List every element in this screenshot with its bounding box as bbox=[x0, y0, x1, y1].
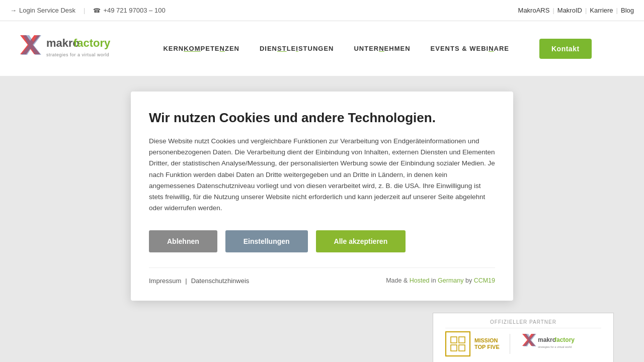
main-nav: KERNKOMPETENZEN DIENSTLEISTUNGEN UNTERNE… bbox=[126, 39, 629, 59]
makrofactory-partner-logo: makro factory strategies for a virtual w… bbox=[520, 333, 576, 355]
cookie-footer: Impressum | Datenschutzhinweis Made & Ho… bbox=[149, 267, 495, 285]
makroars-link[interactable]: MakroARS bbox=[518, 7, 550, 14]
logo: makro factory strategies for a virtual w… bbox=[15, 30, 111, 65]
login-link[interactable]: → Login Service Desk bbox=[10, 7, 75, 14]
phone-icon: ☎ bbox=[93, 7, 101, 14]
makroid-link[interactable]: MakroID bbox=[557, 7, 582, 14]
partner-section: OFFIZIELLER PARTNER MISSION TOP bbox=[433, 313, 614, 362]
svg-text:factory: factory bbox=[554, 336, 575, 343]
partner-label: OFFIZIELLER PARTNER bbox=[445, 319, 601, 328]
nav-events[interactable]: EVENTS & WEBINARE bbox=[431, 45, 509, 52]
header: makro factory strategies for a virtual w… bbox=[0, 21, 644, 76]
page-background: Wir nutzen Cookies und andere Technologi… bbox=[0, 76, 644, 362]
germany-link[interactable]: Germany bbox=[438, 277, 463, 284]
separator-1: | bbox=[84, 7, 85, 14]
ccm19-link[interactable]: CCM19 bbox=[474, 277, 495, 284]
mission-top-five-logo: MISSION TOP FIVE bbox=[445, 331, 500, 356]
datenschutz-link[interactable]: Datenschutzhinweis bbox=[191, 277, 250, 285]
login-label: Login Service Desk bbox=[19, 7, 75, 14]
cookie-buttons: Ablehnen Einstellungen Alle akzeptieren bbox=[149, 230, 495, 252]
phone-link[interactable]: ☎ +49 721 97003 – 100 bbox=[93, 7, 165, 14]
logo-wrap: makro factory strategies for a virtual w… bbox=[15, 30, 126, 67]
svg-rect-7 bbox=[451, 345, 457, 351]
cookie-dialog: Wir nutzen Cookies und andere Technologi… bbox=[131, 92, 513, 301]
footer-sep: | bbox=[185, 277, 187, 285]
by-text: by bbox=[463, 277, 473, 284]
mission-box-icon bbox=[445, 331, 470, 356]
cookie-footer-left: Impressum | Datenschutzhinweis bbox=[149, 277, 249, 285]
svg-rect-6 bbox=[459, 337, 465, 343]
nav-unternehmen[interactable]: UNTERNEHMEN bbox=[354, 45, 410, 52]
sep-a: | bbox=[552, 7, 554, 14]
einstellungen-button[interactable]: Einstellungen bbox=[225, 230, 308, 252]
svg-rect-8 bbox=[459, 345, 465, 351]
alle-akzeptieren-button[interactable]: Alle akzeptieren bbox=[316, 230, 406, 252]
svg-rect-5 bbox=[451, 337, 457, 343]
svg-text:strategies for a virtual world: strategies for a virtual world bbox=[46, 52, 109, 57]
sep-c: | bbox=[616, 7, 618, 14]
made-text: Made & bbox=[386, 277, 410, 284]
mission-grid-icon bbox=[450, 336, 466, 352]
hosted-link[interactable]: Hosted bbox=[410, 277, 430, 284]
top-bar-right: MakroARS | MakroID | Karriere | Blog bbox=[518, 7, 634, 14]
cookie-title: Wir nutzen Cookies und andere Technologi… bbox=[149, 110, 495, 127]
phone-number: +49 721 97003 – 100 bbox=[103, 7, 165, 14]
kontakt-button[interactable]: Kontakt bbox=[539, 39, 592, 59]
cookie-body: Diese Website nutzt Cookies und vergleic… bbox=[149, 136, 495, 214]
svg-text:makro: makro bbox=[538, 336, 556, 343]
impressum-link[interactable]: Impressum bbox=[149, 277, 181, 285]
mission-text: MISSION TOP FIVE bbox=[474, 337, 500, 350]
login-icon: → bbox=[10, 7, 17, 14]
cookie-footer-right: Made & Hosted in Germany by CCM19 bbox=[386, 277, 495, 284]
divider bbox=[510, 334, 510, 354]
svg-text:strategies for a virtual world: strategies for a virtual world bbox=[538, 345, 572, 348]
partner-logos: MISSION TOP FIVE makro factory strategie… bbox=[445, 331, 601, 356]
sep-b: | bbox=[585, 7, 587, 14]
top-bar-left: → Login Service Desk | ☎ +49 721 97003 –… bbox=[10, 7, 166, 14]
top-bar: → Login Service Desk | ☎ +49 721 97003 –… bbox=[0, 0, 644, 21]
ablehnen-button[interactable]: Ablehnen bbox=[149, 230, 217, 252]
karriere-link[interactable]: Karriere bbox=[590, 7, 613, 14]
blog-link[interactable]: Blog bbox=[621, 7, 634, 14]
in-text: in bbox=[429, 277, 438, 284]
nav-kernkompetenzen[interactable]: KERNKOMPETENZEN bbox=[163, 45, 239, 52]
svg-text:factory: factory bbox=[73, 37, 111, 49]
nav-dienstleistungen[interactable]: DIENSTLEISTUNGEN bbox=[260, 45, 334, 52]
